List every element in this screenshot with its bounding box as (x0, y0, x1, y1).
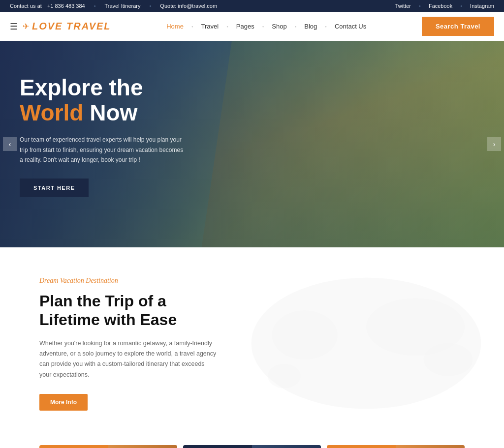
hero-section: Explore the World Now Our team of experi… (0, 41, 504, 247)
tour-cards-section: 📍 City Walks Tour 🚲 Electric Bikes 🏛 Sky… (0, 430, 504, 448)
nav-home[interactable]: Home (161, 20, 189, 33)
dream-title: Plan the Trip of a Lifetime with Ease (39, 292, 226, 329)
skyscrapers-image (396, 445, 465, 448)
nav-contact[interactable]: Contact Us (330, 20, 371, 33)
dream-description: Whether you're looking for a romantic ge… (39, 338, 217, 380)
instagram-link[interactable]: Instagram (470, 3, 494, 9)
social-links: Twitter • Facebook • Instagram (395, 3, 494, 9)
nav-blog[interactable]: Blog (299, 20, 322, 33)
more-info-button[interactable]: More Info (39, 394, 88, 411)
logo-icon: ✈ (23, 22, 29, 31)
svg-point-1 (272, 310, 337, 359)
start-here-button[interactable]: START HERE (20, 179, 89, 197)
city-walks-image (108, 445, 177, 448)
tour-card-city-walks[interactable]: 📍 City Walks Tour (39, 445, 177, 448)
nav-pages[interactable]: Pages (231, 20, 259, 33)
electric-bikes-image (252, 445, 321, 448)
tour-card-electric-bikes[interactable]: 🚲 Electric Bikes (183, 445, 321, 448)
main-nav: Home ● Travel ● Pages ● Shop ● Blog ● Co… (161, 20, 371, 33)
nav-shop[interactable]: Shop (267, 20, 291, 33)
tour-card-skyscrapers[interactable]: 🏛 Skyscrapers View (327, 445, 465, 448)
dream-section: Dream Vacation Destination Plan the Trip… (0, 247, 504, 430)
site-header: ☰ ✈ Love Travel Home ● Travel ● Pages ● … (0, 12, 504, 41)
hamburger-menu[interactable]: ☰ (10, 21, 18, 32)
slider-prev-button[interactable]: ‹ (3, 137, 17, 151)
nav-travel[interactable]: Travel (196, 20, 224, 33)
top-bar-left: Contact us at +1 836 483 384 • Travel It… (10, 3, 217, 9)
svg-point-0 (252, 278, 481, 409)
svg-point-4 (268, 364, 301, 388)
dream-subtitle: Dream Vacation Destination (39, 277, 465, 285)
itinerary-link[interactable]: Travel Itinerary (105, 3, 141, 9)
twitter-link[interactable]: Twitter (395, 3, 411, 9)
svg-point-3 (424, 343, 473, 376)
logo[interactable]: ✈ Love Travel (23, 21, 111, 32)
hero-description: Our team of experienced travel experts w… (20, 135, 187, 165)
search-travel-button[interactable]: Search Travel (422, 17, 494, 36)
logo-text: Love Travel (32, 21, 111, 32)
top-bar: Contact us at +1 836 483 384 • Travel It… (0, 0, 504, 12)
svg-point-2 (366, 298, 465, 356)
facebook-link[interactable]: Facebook (429, 3, 452, 9)
slider-next-button[interactable]: › (487, 137, 501, 151)
hero-content: Explore the World Now Our team of experi… (0, 41, 246, 217)
header-left: ☰ ✈ Love Travel (10, 21, 111, 32)
contact-info: Contact us at +1 836 483 384 (10, 3, 85, 9)
hero-title: Explore the World Now (20, 75, 226, 125)
quote-info: Quote: info@travel.com (160, 3, 217, 9)
